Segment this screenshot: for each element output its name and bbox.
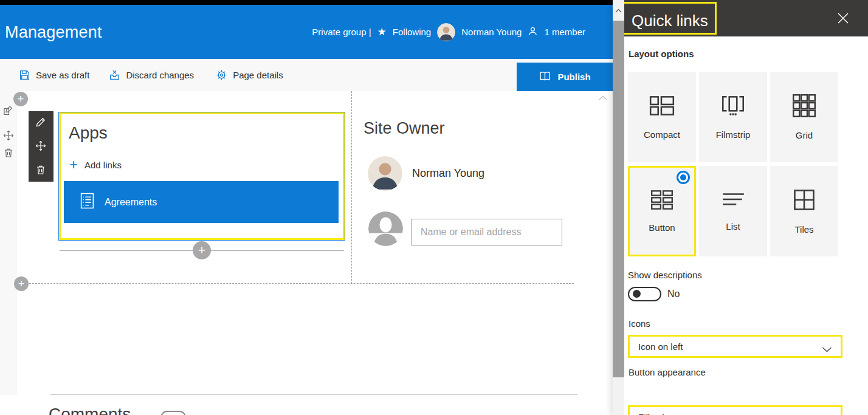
section-delete-icon[interactable]	[2, 146, 15, 159]
icons-dropdown[interactable]: Icon on left	[628, 335, 842, 358]
panel-title-highlight: Quick links	[613, 2, 717, 35]
close-icon[interactable]	[836, 12, 850, 25]
webpart-title[interactable]: Apps	[69, 123, 108, 143]
show-descriptions-value: No	[667, 289, 680, 300]
delete-webpart-icon[interactable]	[35, 163, 47, 176]
section-boundary	[14, 283, 574, 284]
members-icon	[528, 26, 538, 38]
comments-heading: Comments	[49, 405, 131, 415]
list-document-icon	[80, 193, 94, 211]
owner-name: Norman Young	[412, 167, 484, 180]
page-canvas: +	[0, 91, 613, 415]
user-avatar[interactable]	[437, 23, 455, 41]
list-layout-icon	[720, 191, 746, 211]
layout-options-label: Layout options	[629, 49, 694, 59]
panel-header: Quick links	[613, 0, 868, 36]
add-section-button-top[interactable]: +	[13, 92, 28, 106]
button-appearance-label: Button appearance	[629, 367, 706, 377]
add-links-button[interactable]: + Add links	[69, 157, 122, 172]
layout-tile-grid[interactable]: Grid	[770, 72, 838, 162]
filmstrip-layout-icon	[719, 94, 747, 120]
show-descriptions-label: Show descriptions	[628, 270, 702, 280]
scrollbar-thumb[interactable]	[613, 21, 624, 377]
save-as-draft-button[interactable]: Save as draft	[19, 69, 89, 81]
user-name: Norman Young	[461, 27, 522, 37]
grid-layout-icon	[792, 94, 816, 120]
discard-icon	[109, 69, 120, 81]
comments-toggle[interactable]	[160, 411, 186, 415]
column-divider	[351, 91, 352, 284]
member-count[interactable]: 1 member	[544, 27, 585, 37]
selected-radio-icon	[677, 171, 690, 184]
site-owner-title: Site Owner	[363, 119, 445, 138]
layout-tile-compact[interactable]: Compact	[628, 72, 696, 162]
sharepoint-page-edit: Management Private group | ★ Following N…	[0, 0, 868, 415]
comments-divider	[50, 394, 577, 395]
layout-tile-button[interactable]: Button	[628, 166, 696, 256]
add-webpart-button[interactable]: +	[193, 241, 211, 259]
canvas-scroll-up-icon[interactable]	[599, 92, 607, 103]
following-button[interactable]: Following	[393, 27, 431, 37]
layout-tile-filmstrip[interactable]: Filmstrip	[699, 72, 767, 162]
plus-icon: +	[69, 157, 78, 172]
owner-avatar	[368, 156, 402, 191]
publish-button[interactable]: Publish	[517, 63, 613, 91]
save-icon	[19, 69, 30, 81]
panel-scrollbar[interactable]	[613, 46, 624, 415]
star-icon[interactable]: ★	[377, 27, 387, 37]
button-appearance-dropdown[interactable]: Fill color	[628, 405, 842, 415]
page-details-button[interactable]: Page details	[216, 69, 283, 81]
site-header: Management Private group | ★ Following N…	[0, 5, 613, 59]
icons-dropdown-value: Icon on left	[638, 341, 683, 352]
chevron-down-icon	[822, 345, 832, 355]
toggle-knob-icon	[633, 290, 641, 298]
layout-tile-list[interactable]: List	[699, 166, 767, 256]
quick-links-webpart[interactable]: Apps + Add links Agreements	[59, 112, 345, 240]
discard-changes-button[interactable]: Discard changes	[109, 69, 194, 81]
layout-tile-tiles[interactable]: Tiles	[770, 166, 838, 256]
add-section-button-bottom[interactable]: +	[14, 276, 29, 291]
site-title: Management	[5, 23, 102, 42]
people-picker-input[interactable]	[411, 219, 562, 245]
button-appearance-value: Fill color	[638, 412, 672, 415]
move-webpart-icon[interactable]	[35, 140, 47, 152]
person-placeholder-icon	[368, 211, 403, 246]
panel-title: Quick links	[632, 12, 708, 30]
icons-label: Icons	[629, 318, 650, 329]
compact-layout-icon	[648, 94, 676, 120]
section-edit-icon[interactable]	[2, 105, 15, 117]
gear-icon	[216, 69, 227, 81]
person-placeholder-avatar	[368, 211, 403, 246]
owner-photo-icon	[368, 156, 402, 191]
webpart-toolbar	[29, 111, 53, 182]
quick-link-button[interactable]: Agreements	[64, 181, 339, 223]
privacy-label: Private group |	[312, 27, 371, 37]
quick-links-settings-panel: Quick links Layout options Compact	[613, 0, 868, 415]
show-descriptions-toggle[interactable]	[628, 287, 661, 301]
section-move-icon[interactable]	[2, 129, 15, 142]
user-photo-icon	[437, 23, 455, 41]
site-header-right: Private group | ★ Following Norman Young…	[312, 5, 585, 59]
edit-webpart-icon[interactable]	[35, 116, 47, 128]
button-layout-icon	[649, 190, 675, 213]
layout-options-grid: Compact Filmstrip	[628, 72, 838, 256]
suite-bar	[0, 0, 613, 5]
tiles-layout-icon	[792, 188, 816, 214]
scroll-up-icon[interactable]	[613, 0, 624, 21]
book-icon	[539, 71, 551, 83]
